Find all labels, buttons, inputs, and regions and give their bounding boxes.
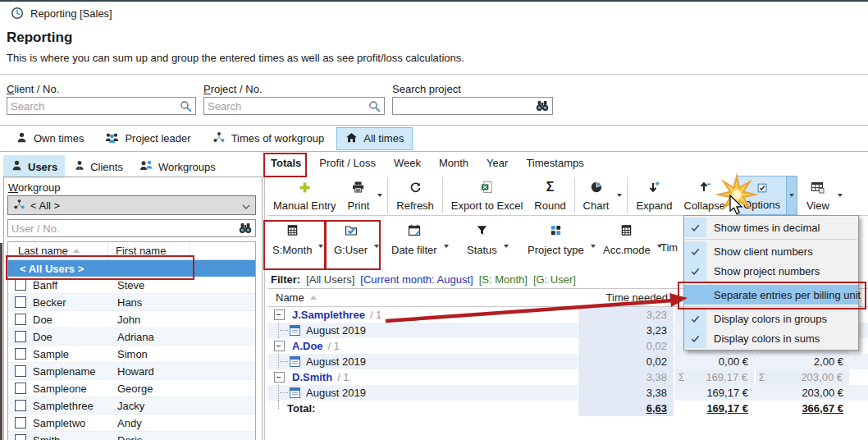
tab-all-times[interactable]: All times bbox=[336, 127, 413, 150]
project-search-field[interactable] bbox=[203, 97, 385, 115]
group-mode-dropdown[interactable] bbox=[372, 245, 381, 258]
date-filter-button[interactable]: Date filter bbox=[387, 221, 451, 258]
collapse-expander-icon[interactable] bbox=[274, 341, 285, 351]
group-mode-button[interactable]: G:User bbox=[330, 221, 381, 258]
user-checkbox[interactable] bbox=[15, 296, 26, 308]
status-filter-dropdown[interactable] bbox=[501, 245, 511, 258]
project-search-input[interactable] bbox=[204, 99, 368, 113]
tab-timestamps[interactable]: Timestamps bbox=[526, 157, 583, 169]
tab-times-of-workgroup[interactable]: Times of workgroup bbox=[203, 127, 334, 150]
refresh-button[interactable]: Refresh bbox=[391, 176, 440, 215]
user-row[interactable]: BanffSteve bbox=[8, 277, 255, 294]
acc-mode-button[interactable]: Acc.mode bbox=[599, 221, 665, 258]
user-checkbox[interactable] bbox=[15, 434, 26, 440]
user-row[interactable]: SamplenameHoward bbox=[8, 363, 255, 380]
sidebar-tab-clients[interactable]: Clients bbox=[66, 155, 130, 178]
date-filter-dropdown[interactable] bbox=[441, 245, 451, 258]
tab-profit-loss[interactable]: Profit / Loss bbox=[319, 157, 376, 169]
view-tab-bar: Own times Project leader Times of workgr… bbox=[0, 125, 868, 152]
user-row[interactable]: SmithDoris bbox=[8, 432, 255, 440]
user-row[interactable]: DoeJohn bbox=[8, 311, 255, 328]
chart-dropdown[interactable] bbox=[614, 176, 624, 215]
user-checkbox[interactable] bbox=[15, 417, 26, 429]
chart-button[interactable]: Chart bbox=[578, 176, 615, 215]
sidebar-tab-workgroups[interactable]: Workgroups bbox=[132, 155, 223, 178]
status-filter-button[interactable]: Status bbox=[463, 221, 511, 258]
user-checkbox[interactable] bbox=[15, 314, 26, 325]
view-dropdown[interactable] bbox=[835, 176, 845, 215]
sigma-icon: Σ bbox=[546, 180, 555, 195]
chevron-down-icon bbox=[838, 194, 843, 197]
user-search-field[interactable] bbox=[7, 219, 256, 237]
client-search-field[interactable] bbox=[7, 97, 196, 115]
sort-mode-dropdown[interactable] bbox=[316, 245, 326, 258]
checkmark-icon bbox=[684, 261, 706, 281]
options-dropdown[interactable] bbox=[787, 176, 797, 215]
user-row[interactable]: SampletwoAndy bbox=[8, 415, 255, 432]
name-column-header[interactable]: Name bbox=[267, 291, 578, 304]
user-checkbox[interactable] bbox=[15, 331, 26, 342]
user-checkbox[interactable] bbox=[15, 383, 26, 394]
group-row[interactable]: D.Smith/ 1 3,38 Σ169,17 € Σ203,00 € bbox=[267, 369, 868, 385]
user-checkbox[interactable] bbox=[15, 400, 26, 411]
search-project-field[interactable] bbox=[392, 97, 553, 115]
time-types-button[interactable]: Tim bbox=[656, 221, 682, 255]
user-checkbox[interactable] bbox=[15, 279, 26, 291]
tab-own-times[interactable]: Own times bbox=[7, 127, 93, 150]
user-row[interactable]: SampleSimon bbox=[8, 346, 255, 363]
client-search-input[interactable] bbox=[7, 99, 180, 113]
detail-row[interactable]: August 2019 3,38 169,17 € 203,00 € bbox=[267, 385, 868, 401]
all-users-row[interactable]: < All Users > bbox=[8, 260, 255, 277]
tab-year[interactable]: Year bbox=[487, 157, 508, 169]
user-row[interactable]: DoeAdriana bbox=[8, 328, 255, 346]
sum-icon: Σ bbox=[675, 372, 684, 383]
menu-item-show-client-numbers[interactable]: Show client numbers bbox=[684, 241, 858, 261]
sort-mode-button[interactable]: S:Month bbox=[268, 221, 326, 258]
user-row[interactable]: SamplethreeJacky bbox=[8, 397, 255, 415]
print-button[interactable]: Print bbox=[342, 176, 376, 215]
last-name-header[interactable]: Last name bbox=[8, 242, 108, 259]
user-list: Last name First name < All Users > Banff… bbox=[7, 241, 256, 440]
collapse-expander-icon[interactable] bbox=[274, 372, 285, 383]
project-type-dropdown[interactable] bbox=[588, 245, 598, 258]
tab-project-leader[interactable]: Project leader bbox=[96, 127, 199, 150]
round-button[interactable]: Σ Round bbox=[528, 176, 571, 215]
user-row[interactable]: BeckerHans bbox=[8, 294, 255, 311]
folder-check-icon bbox=[345, 224, 358, 239]
sidebar-tab-bar: Users Clients Workgroups bbox=[3, 155, 223, 178]
filter-sort: [S: Month] bbox=[479, 273, 528, 286]
toolbar-main: Manual Entry Print Refresh Export to Exc… bbox=[267, 176, 868, 216]
detail-row[interactable]: August 2019 0,02 0,00 € 2,00 € bbox=[267, 354, 868, 369]
menu-item-show-project-numbers[interactable]: Show project numbers bbox=[684, 261, 858, 281]
export-to-excel-button[interactable]: Export to Excel bbox=[445, 176, 528, 215]
search-project-input[interactable] bbox=[393, 99, 536, 113]
toolbar-separator bbox=[387, 177, 388, 213]
first-name-header[interactable]: First name bbox=[108, 242, 190, 259]
tab-month[interactable]: Month bbox=[439, 157, 468, 169]
menu-item-display-colors-in-sums[interactable]: Display colors in sums bbox=[684, 328, 858, 348]
menu-item-display-colors-in-groups[interactable]: Display colors in groups bbox=[684, 309, 858, 328]
user-search-input[interactable] bbox=[8, 221, 239, 236]
toolbar-separator bbox=[627, 177, 628, 213]
user-row[interactable]: SampleoneGeorge bbox=[8, 380, 255, 397]
tab-week[interactable]: Week bbox=[394, 157, 421, 169]
time-needed-column-header[interactable]: Time needed bbox=[578, 291, 674, 304]
user-checkbox[interactable] bbox=[15, 348, 26, 360]
grid-icon bbox=[620, 224, 633, 239]
tab-totals[interactable]: Totals bbox=[271, 157, 301, 169]
sum-icon: Σ bbox=[756, 372, 765, 383]
project-type-button[interactable]: Project type bbox=[523, 221, 598, 258]
workgroup-select[interactable]: < All > bbox=[7, 195, 256, 215]
menu-item-separate-entries-per-billing-unit[interactable]: Separate entries per billing unit bbox=[684, 285, 858, 305]
expand-button[interactable]: Expand bbox=[630, 176, 678, 215]
collapse-expander-icon[interactable] bbox=[274, 309, 285, 320]
manual-entry-button[interactable]: Manual Entry bbox=[267, 176, 342, 215]
print-dropdown[interactable] bbox=[375, 176, 385, 215]
user-checkbox[interactable] bbox=[15, 365, 26, 377]
workgroup-value: < All > bbox=[30, 199, 60, 212]
collapse-button[interactable]: Collapse bbox=[678, 176, 732, 215]
menu-item-show-times-in-decimal[interactable]: Show times in decimal bbox=[684, 218, 858, 237]
options-button[interactable]: Options bbox=[737, 176, 787, 215]
view-button[interactable]: View bbox=[801, 176, 835, 215]
sidebar-tab-users[interactable]: Users bbox=[3, 155, 65, 178]
